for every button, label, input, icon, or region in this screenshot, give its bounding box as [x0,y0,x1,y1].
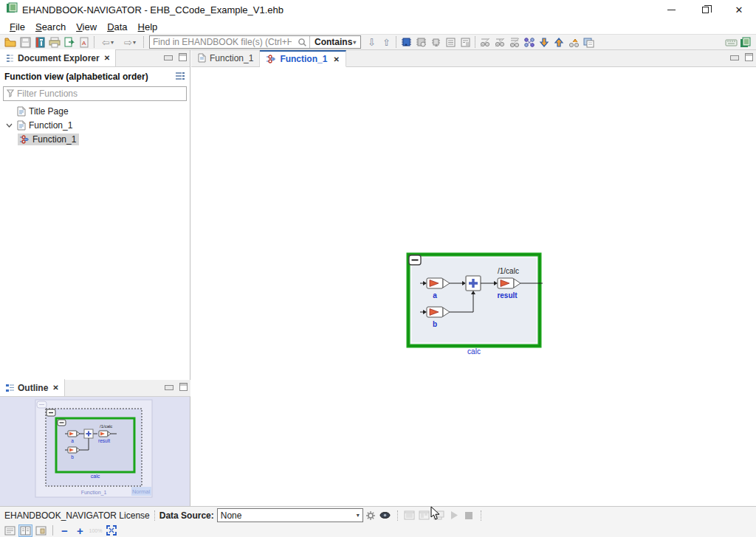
visualization-icon[interactable] [379,509,392,522]
explorer-tab-bar: Document Explorer ✕ [0,50,190,67]
tab-function1-diagram[interactable]: Function_1 ✕ [260,50,346,67]
page-icon [16,106,26,117]
outline-tab-label: Outline [18,383,48,393]
search-icon[interactable] [295,35,309,49]
ebook-info-icon[interactable] [32,35,47,49]
function-diagram-icon [266,55,276,63]
save-icon[interactable] [18,35,32,49]
list-view-icon[interactable] [443,35,458,49]
menu-view[interactable]: View [71,20,102,34]
contains-dropdown[interactable]: Contains▾ [310,37,360,47]
hierarchy-levels-icon[interactable] [507,35,522,49]
explorer-tab-label: Document Explorer [18,53,100,63]
zoom-reset-button[interactable]: 100% [89,524,103,537]
status-bar: EHANDBOOK_NAVIGATOR License Data Source:… [0,506,756,524]
maximize-editor-icon[interactable] [745,53,753,61]
zoom-out-button[interactable]: − [58,524,72,537]
drill-down-icon[interactable] [537,35,551,49]
outline-icon [5,384,15,392]
data-source-settings-icon[interactable] [364,509,377,522]
license-status: EHANDBOOK_NAVIGATOR License [4,510,150,521]
menu-file[interactable]: File [4,20,30,34]
minimize-panel-icon[interactable] [164,55,173,60]
tab-function1-document[interactable]: Function_1 [191,49,260,66]
data-source-select[interactable]: None ▾ [217,508,363,522]
zoom-in-button[interactable]: + [73,524,87,537]
data-source-label: Data Source: [159,510,214,521]
app-window: EHANDBOOK-NAVIGATOR - EHB_CCode_Example_… [0,0,756,537]
find-input[interactable] [150,36,295,48]
outline-tab-bar: Outline ✕ [0,380,190,397]
svg-text:result: result [98,438,110,443]
tree-item-title-page[interactable]: Title Page [0,104,190,118]
split-view-icon[interactable] [18,524,32,537]
close-tab-icon[interactable]: ✕ [333,55,339,63]
tree-selection: Function_1 [18,134,79,145]
shortcuts-icon[interactable] [724,35,738,49]
svg-text:b: b [71,454,74,460]
window-title: EHANDBOOK-NAVIGATOR - EHB_CCode_Example_… [22,4,284,15]
open-file-icon[interactable] [3,35,18,49]
contains-arrow-icon: ▾ [353,39,356,46]
hierarchy-collapse-icon[interactable] [478,35,492,49]
svg-text:Function_1: Function_1 [81,490,107,496]
function-view-header: Function view (alphabetical order) [4,72,148,82]
handbook-icon[interactable] [738,35,753,49]
tab-outline[interactable]: Outline ✕ [0,379,65,396]
view-menu-icon[interactable] [175,70,185,83]
page-icon [16,120,26,131]
measure-window-icon [403,509,416,522]
function-view-blue-icon[interactable] [399,35,413,49]
minimize-panel-icon[interactable] [165,385,173,390]
back-icon[interactable]: ⇦▾ [97,35,119,49]
svg-text:A: A [82,40,86,46]
goto-parent-icon[interactable] [566,35,581,49]
maximize-panel-icon[interactable] [179,383,188,391]
tree-item-function1-diagram[interactable]: Function_1 [0,132,190,146]
hierarchy-expand-icon[interactable] [492,35,507,49]
diagram-canvas[interactable]: /1/calc a b result calc [191,67,756,506]
data-source-value: None [221,510,242,521]
menu-search[interactable]: Search [30,20,71,34]
svg-text:a: a [433,291,437,299]
svg-text:b: b [433,320,437,328]
function-compact-icon[interactable] [428,35,443,49]
tab-document-explorer[interactable]: Document Explorer ✕ [0,49,116,66]
fit-to-screen-button[interactable] [104,524,118,537]
tree-item-label: Function_1 [29,120,72,131]
tree-expander-icon[interactable] [4,123,13,128]
page-outline-view-icon[interactable] [34,524,48,537]
export-icon[interactable] [62,35,77,49]
function-diagram-icon [19,135,30,144]
tree-item-function1[interactable]: Function_1 [0,118,190,132]
restore-window-icon[interactable] [688,0,722,19]
jump-up-icon[interactable]: ⇧ [379,35,394,49]
close-explorer-icon[interactable]: ✕ [104,54,110,62]
close-window-icon[interactable]: ✕ [722,0,756,19]
stop-measurement-icon [462,509,475,522]
single-page-view-icon[interactable] [3,524,17,537]
copy-view-icon[interactable] [581,35,596,49]
minimize-window-icon[interactable] [654,0,688,19]
outline-body[interactable]: /1/calc a b result calc Function_1 Norma… [0,397,190,506]
jump-down-icon[interactable]: ⇩ [364,35,379,49]
svg-text:/1/calc: /1/calc [498,267,519,275]
report-view-icon[interactable] [458,35,472,49]
menu-help[interactable]: Help [133,20,163,34]
forward-icon[interactable]: ⇨▾ [119,35,141,49]
menu-data[interactable]: Data [102,20,132,34]
minimize-editor-icon[interactable] [730,55,739,60]
find-box: Contains▾ [149,35,361,49]
drill-up-icon[interactable] [551,35,566,49]
title-bar: EHANDBOOK-NAVIGATOR - EHB_CCode_Example_… [0,0,756,19]
maximize-panel-icon[interactable] [179,53,187,61]
connections-icon[interactable] [522,35,537,49]
start-measurement-icon [447,509,461,522]
function-view-gray-icon[interactable] [413,35,428,49]
pdf-export-icon[interactable]: A [77,35,92,49]
print-icon[interactable] [47,35,62,49]
main-toolbar: A ⇦▾ ⇨▾ Contains▾ ⇩ ⇧ [0,34,756,50]
editor-area: Function_1 Function_1 ✕ [191,50,756,506]
filter-functions-input[interactable] [15,89,186,99]
close-outline-icon[interactable]: ✕ [52,384,58,392]
